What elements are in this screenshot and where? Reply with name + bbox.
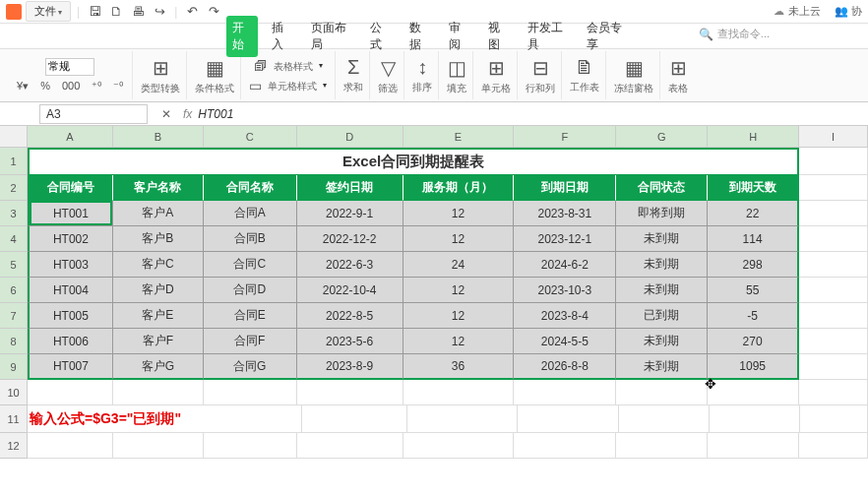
cell[interactable] — [710, 405, 800, 433]
table-header[interactable]: 到期日期 — [514, 175, 616, 201]
cell[interactable] — [799, 380, 868, 405]
cell[interactable] — [297, 433, 403, 459]
sort-group[interactable]: ↕排序 — [406, 51, 439, 99]
row-header-12[interactable]: 12 — [0, 433, 28, 459]
cell[interactable] — [518, 405, 619, 433]
sum-group[interactable]: Σ求和 — [338, 51, 370, 99]
table-cell[interactable]: 2023-12-1 — [514, 226, 616, 252]
tab-data[interactable]: 数据 — [403, 16, 435, 57]
cell[interactable] — [514, 433, 616, 459]
table-title[interactable]: Excel合同到期提醒表 — [28, 148, 799, 175]
table-cell[interactable]: 未到期 — [616, 252, 708, 278]
row-header-2[interactable]: 2 — [0, 175, 28, 201]
table-header[interactable]: 合同名称 — [204, 175, 297, 201]
table-header[interactable]: 服务期（月） — [403, 175, 515, 201]
cell[interactable] — [799, 433, 868, 459]
table-cell[interactable]: 2022-10-4 — [297, 278, 403, 303]
table-cell[interactable]: 114 — [708, 226, 799, 252]
table-cell[interactable]: 2024-6-2 — [514, 252, 616, 278]
table-cell[interactable]: 未到期 — [616, 278, 708, 303]
cell[interactable] — [799, 252, 868, 278]
tab-formula[interactable]: 公式 — [364, 16, 396, 57]
cell[interactable] — [799, 226, 868, 252]
table-cell[interactable]: HT002 — [28, 226, 113, 252]
cell[interactable] — [799, 303, 868, 329]
table-cell[interactable]: 2022-6-3 — [297, 252, 403, 278]
cloud-status[interactable]: ☁未上云 — [774, 4, 821, 19]
table-cell[interactable]: 未到期 — [616, 226, 708, 252]
freeze-group[interactable]: ▦冻结窗格 — [608, 51, 660, 99]
cells-group[interactable]: ⊞单元格 — [475, 51, 518, 99]
table-cell[interactable]: 24 — [403, 252, 515, 278]
number-format-select[interactable] — [45, 58, 94, 76]
table-cell[interactable]: 未到期 — [616, 329, 708, 354]
table-cell[interactable]: HT004 — [28, 278, 113, 303]
table-style-group[interactable]: 🗊表格样式▾ ▭单元格样式▾ — [243, 51, 333, 99]
command-search[interactable]: 🔍 查找命令... — [699, 27, 770, 41]
percent-icon[interactable]: % — [37, 79, 53, 93]
table-cell[interactable]: 12 — [403, 201, 515, 226]
table-cell[interactable]: 36 — [403, 354, 515, 380]
tab-insert[interactable]: 插入 — [266, 16, 297, 57]
table-cell[interactable]: 合同G — [204, 354, 297, 380]
table-cell[interactable]: 270 — [708, 329, 799, 354]
table-cell[interactable]: 298 — [708, 252, 799, 278]
sheet-group[interactable]: 🗎工作表 — [564, 51, 606, 99]
row-header-10[interactable]: 10 — [0, 380, 28, 405]
table-cell[interactable]: -5 — [708, 303, 799, 329]
tablefmt-group[interactable]: ⊞表格 — [662, 51, 694, 99]
row-header-8[interactable]: 8 — [0, 329, 28, 354]
table-header[interactable]: 签约日期 — [297, 175, 403, 201]
table-header[interactable]: 客户名称 — [113, 175, 204, 201]
formula-note[interactable]: 输入公式=$G3="已到期" — [28, 405, 302, 433]
table-cell[interactable]: 22 — [708, 201, 799, 226]
col-header-B[interactable]: B — [113, 126, 204, 148]
table-cell[interactable]: 客户G — [113, 354, 204, 380]
table-cell[interactable]: 合同C — [204, 252, 297, 278]
table-cell[interactable]: HT003 — [28, 252, 113, 278]
row-header-11[interactable]: 11 — [0, 405, 28, 433]
fill-group[interactable]: ◫填充 — [441, 51, 473, 99]
type-convert-group[interactable]: ⊞ 类型转换 — [135, 51, 187, 99]
cell[interactable] — [514, 380, 616, 405]
table-cell[interactable]: 12 — [403, 303, 515, 329]
cell[interactable] — [708, 380, 799, 405]
cell[interactable] — [403, 380, 515, 405]
table-cell[interactable]: 合同F — [204, 329, 297, 354]
table-cell[interactable]: 未到期 — [616, 354, 708, 380]
cell[interactable] — [799, 175, 868, 201]
cell[interactable] — [616, 433, 708, 459]
cancel-formula-icon[interactable]: ✕ — [161, 107, 171, 121]
table-cell[interactable]: HT007 — [28, 354, 113, 380]
cell[interactable] — [204, 380, 297, 405]
table-cell[interactable]: 客户C — [113, 252, 204, 278]
row-header-9[interactable]: 9 — [0, 354, 28, 380]
table-cell[interactable]: 2022-9-1 — [297, 201, 403, 226]
table-cell[interactable]: 2022-12-2 — [297, 226, 403, 252]
row-header-4[interactable]: 4 — [0, 226, 28, 252]
name-box[interactable]: A3 — [39, 104, 148, 124]
spreadsheet-grid[interactable]: A B C D E F G H I 1 2 3 4 5 6 7 8 9 10 1… — [0, 126, 868, 497]
cond-format-group[interactable]: ▦ 条件格式 — [189, 51, 241, 99]
table-cell[interactable]: 55 — [708, 278, 799, 303]
table-cell[interactable]: 客户D — [113, 278, 204, 303]
table-cell[interactable]: 2023-8-9 — [297, 354, 403, 380]
cell[interactable] — [302, 405, 407, 433]
table-cell[interactable]: 12 — [403, 329, 515, 354]
collab-button[interactable]: 👥 协 — [835, 4, 862, 19]
table-cell[interactable]: 2024-5-5 — [514, 329, 616, 354]
tab-layout[interactable]: 页面布局 — [305, 16, 356, 57]
export-icon[interactable]: ↪ — [151, 3, 168, 21]
table-cell[interactable]: 客户E — [113, 303, 204, 329]
table-header[interactable]: 合同状态 — [616, 175, 708, 201]
tab-review[interactable]: 审阅 — [443, 16, 474, 57]
cell[interactable] — [799, 354, 868, 380]
cell[interactable] — [297, 380, 403, 405]
file-menu[interactable]: 文件▾ — [26, 1, 71, 22]
formula-input[interactable]: fxHT001 — [177, 107, 868, 121]
row-header-6[interactable]: 6 — [0, 278, 28, 303]
col-header-G[interactable]: G — [616, 126, 708, 148]
currency-icon[interactable]: ¥▾ — [14, 79, 31, 93]
rowcol-group[interactable]: ⊟行和列 — [520, 51, 562, 99]
cell[interactable] — [407, 405, 518, 433]
